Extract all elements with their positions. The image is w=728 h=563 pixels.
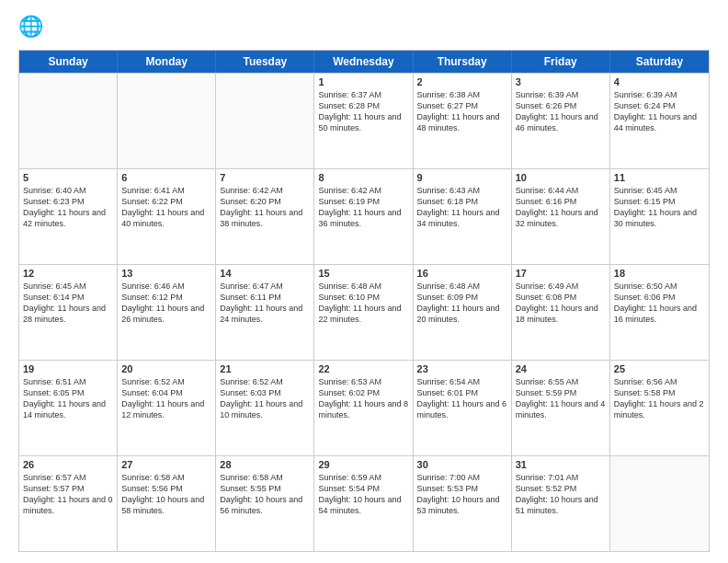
calendar: SundayMondayTuesdayWednesdayThursdayFrid… bbox=[18, 50, 710, 552]
day-number: 18 bbox=[614, 268, 705, 279]
calendar-cell: 28Sunrise: 6:58 AMSunset: 5:55 PMDayligh… bbox=[216, 456, 314, 551]
calendar-row-1: 5Sunrise: 6:40 AMSunset: 6:23 PMDaylight… bbox=[19, 168, 709, 264]
day-number: 29 bbox=[318, 459, 408, 470]
day-number: 22 bbox=[318, 363, 408, 374]
calendar-cell: 10Sunrise: 6:44 AMSunset: 6:16 PMDayligh… bbox=[512, 169, 610, 264]
day-number: 27 bbox=[121, 459, 211, 470]
day-number: 11 bbox=[614, 172, 705, 183]
cell-info: Sunrise: 6:45 AMSunset: 6:15 PMDaylight:… bbox=[614, 185, 705, 230]
cell-info: Sunrise: 6:53 AMSunset: 6:02 PMDaylight:… bbox=[318, 376, 408, 421]
calendar-cell: 5Sunrise: 6:40 AMSunset: 6:23 PMDaylight… bbox=[19, 169, 118, 264]
day-number: 16 bbox=[417, 268, 507, 279]
svg-text:🌐: 🌐 bbox=[18, 15, 44, 39]
header-cell-friday: Friday bbox=[512, 51, 610, 73]
day-number: 13 bbox=[121, 268, 211, 279]
header-cell-wednesday: Wednesday bbox=[314, 51, 413, 73]
calendar-cell: 1Sunrise: 6:37 AMSunset: 6:28 PMDaylight… bbox=[314, 74, 413, 168]
header-cell-thursday: Thursday bbox=[414, 51, 512, 73]
day-number: 4 bbox=[614, 76, 705, 87]
day-number: 10 bbox=[516, 172, 606, 183]
calendar-cell: 8Sunrise: 6:42 AMSunset: 6:19 PMDaylight… bbox=[314, 169, 413, 264]
calendar-cell: 11Sunrise: 6:45 AMSunset: 6:15 PMDayligh… bbox=[610, 169, 709, 264]
calendar-cell bbox=[19, 74, 118, 168]
cell-info: Sunrise: 6:51 AMSunset: 6:05 PMDaylight:… bbox=[23, 376, 113, 421]
day-number: 1 bbox=[318, 76, 408, 87]
calendar-cell: 22Sunrise: 6:53 AMSunset: 6:02 PMDayligh… bbox=[314, 361, 413, 455]
cell-info: Sunrise: 6:39 AMSunset: 6:26 PMDaylight:… bbox=[516, 89, 606, 134]
cell-info: Sunrise: 6:40 AMSunset: 6:23 PMDaylight:… bbox=[23, 185, 113, 230]
cell-info: Sunrise: 6:48 AMSunset: 6:10 PMDaylight:… bbox=[318, 281, 408, 326]
day-number: 8 bbox=[318, 172, 408, 183]
calendar-cell: 20Sunrise: 6:52 AMSunset: 6:04 PMDayligh… bbox=[118, 361, 216, 455]
calendar-cell: 18Sunrise: 6:50 AMSunset: 6:06 PMDayligh… bbox=[610, 265, 709, 360]
logo-icon: 🌐 bbox=[18, 15, 44, 40]
cell-info: Sunrise: 7:01 AMSunset: 5:52 PMDaylight:… bbox=[516, 472, 606, 517]
day-number: 20 bbox=[121, 363, 211, 374]
calendar-cell: 25Sunrise: 6:56 AMSunset: 5:58 PMDayligh… bbox=[610, 361, 709, 455]
calendar-cell: 6Sunrise: 6:41 AMSunset: 6:22 PMDaylight… bbox=[118, 169, 216, 264]
header-cell-saturday: Saturday bbox=[610, 51, 709, 73]
cell-info: Sunrise: 6:58 AMSunset: 5:56 PMDaylight:… bbox=[121, 472, 211, 517]
cell-info: Sunrise: 6:50 AMSunset: 6:06 PMDaylight:… bbox=[614, 281, 705, 326]
calendar-cell: 26Sunrise: 6:57 AMSunset: 5:57 PMDayligh… bbox=[19, 456, 118, 551]
cell-info: Sunrise: 6:45 AMSunset: 6:14 PMDaylight:… bbox=[23, 281, 113, 326]
cell-info: Sunrise: 6:43 AMSunset: 6:18 PMDaylight:… bbox=[417, 185, 507, 230]
day-number: 28 bbox=[220, 459, 310, 470]
day-number: 19 bbox=[23, 363, 113, 374]
day-number: 17 bbox=[516, 268, 606, 279]
calendar-cell: 15Sunrise: 6:48 AMSunset: 6:10 PMDayligh… bbox=[314, 265, 413, 360]
cell-info: Sunrise: 6:42 AMSunset: 6:20 PMDaylight:… bbox=[220, 185, 310, 230]
header-cell-monday: Monday bbox=[118, 51, 216, 73]
calendar-cell: 30Sunrise: 7:00 AMSunset: 5:53 PMDayligh… bbox=[414, 456, 512, 551]
calendar-cell: 23Sunrise: 6:54 AMSunset: 6:01 PMDayligh… bbox=[414, 361, 512, 455]
calendar-cell: 13Sunrise: 6:46 AMSunset: 6:12 PMDayligh… bbox=[118, 265, 216, 360]
calendar-cell: 21Sunrise: 6:52 AMSunset: 6:03 PMDayligh… bbox=[216, 361, 314, 455]
cell-info: Sunrise: 6:44 AMSunset: 6:16 PMDaylight:… bbox=[516, 185, 606, 230]
day-number: 6 bbox=[121, 172, 211, 183]
calendar-cell: 4Sunrise: 6:39 AMSunset: 6:24 PMDaylight… bbox=[610, 74, 709, 168]
calendar-cell: 27Sunrise: 6:58 AMSunset: 5:56 PMDayligh… bbox=[118, 456, 216, 551]
day-number: 15 bbox=[318, 268, 408, 279]
cell-info: Sunrise: 6:54 AMSunset: 6:01 PMDaylight:… bbox=[417, 376, 507, 421]
day-number: 25 bbox=[614, 363, 705, 374]
calendar-cell: 24Sunrise: 6:55 AMSunset: 5:59 PMDayligh… bbox=[512, 361, 610, 455]
calendar-cell bbox=[610, 456, 709, 551]
day-number: 12 bbox=[23, 268, 113, 279]
calendar-cell: 14Sunrise: 6:47 AMSunset: 6:11 PMDayligh… bbox=[216, 265, 314, 360]
calendar-page: 🌐 SundayMondayTuesdayWednesdayThursdayFr… bbox=[0, 0, 728, 563]
cell-info: Sunrise: 6:57 AMSunset: 5:57 PMDaylight:… bbox=[23, 472, 113, 517]
cell-info: Sunrise: 6:49 AMSunset: 6:08 PMDaylight:… bbox=[516, 281, 606, 326]
day-number: 2 bbox=[417, 76, 507, 87]
cell-info: Sunrise: 6:52 AMSunset: 6:03 PMDaylight:… bbox=[220, 376, 310, 421]
cell-info: Sunrise: 7:00 AMSunset: 5:53 PMDaylight:… bbox=[417, 472, 507, 517]
cell-info: Sunrise: 6:41 AMSunset: 6:22 PMDaylight:… bbox=[121, 185, 211, 230]
cell-info: Sunrise: 6:42 AMSunset: 6:19 PMDaylight:… bbox=[318, 185, 408, 230]
day-number: 3 bbox=[516, 76, 606, 87]
calendar-cell: 29Sunrise: 6:59 AMSunset: 5:54 PMDayligh… bbox=[314, 456, 413, 551]
calendar-cell: 9Sunrise: 6:43 AMSunset: 6:18 PMDaylight… bbox=[414, 169, 512, 264]
calendar-row-0: 1Sunrise: 6:37 AMSunset: 6:28 PMDaylight… bbox=[19, 73, 709, 168]
calendar-body: 1Sunrise: 6:37 AMSunset: 6:28 PMDaylight… bbox=[19, 73, 709, 551]
calendar-row-3: 19Sunrise: 6:51 AMSunset: 6:05 PMDayligh… bbox=[19, 360, 709, 455]
calendar-header-row: SundayMondayTuesdayWednesdayThursdayFrid… bbox=[19, 51, 709, 73]
day-number: 7 bbox=[220, 172, 310, 183]
calendar-cell bbox=[216, 74, 314, 168]
cell-info: Sunrise: 6:46 AMSunset: 6:12 PMDaylight:… bbox=[121, 281, 211, 326]
cell-info: Sunrise: 6:37 AMSunset: 6:28 PMDaylight:… bbox=[318, 89, 408, 134]
calendar-cell: 7Sunrise: 6:42 AMSunset: 6:20 PMDaylight… bbox=[216, 169, 314, 264]
day-number: 5 bbox=[23, 172, 113, 183]
calendar-cell bbox=[118, 74, 216, 168]
day-number: 31 bbox=[516, 459, 606, 470]
day-number: 9 bbox=[417, 172, 507, 183]
day-number: 24 bbox=[516, 363, 606, 374]
calendar-row-4: 26Sunrise: 6:57 AMSunset: 5:57 PMDayligh… bbox=[19, 455, 709, 551]
day-number: 30 bbox=[417, 459, 507, 470]
day-number: 26 bbox=[23, 459, 113, 470]
header-cell-sunday: Sunday bbox=[19, 51, 118, 73]
day-number: 14 bbox=[220, 268, 310, 279]
cell-info: Sunrise: 6:56 AMSunset: 5:58 PMDaylight:… bbox=[614, 376, 705, 421]
cell-info: Sunrise: 6:47 AMSunset: 6:11 PMDaylight:… bbox=[220, 281, 310, 326]
day-number: 23 bbox=[417, 363, 507, 374]
cell-info: Sunrise: 6:38 AMSunset: 6:27 PMDaylight:… bbox=[417, 89, 507, 134]
logo: 🌐 bbox=[18, 15, 48, 40]
